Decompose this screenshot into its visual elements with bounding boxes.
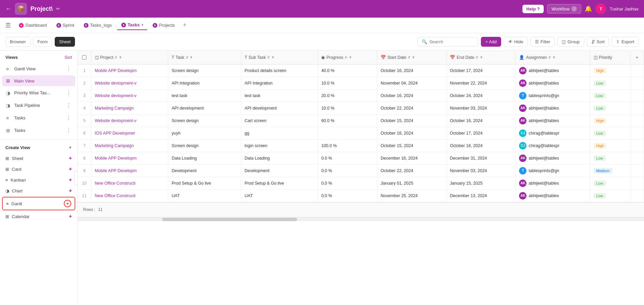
th-start-date[interactable]: 📅 Start Date ⇵ ▼ xyxy=(377,51,446,64)
table-row[interactable]: 2 Website devlopment-v API Integration A… xyxy=(78,77,644,89)
create-gantt-item[interactable]: ≡ Gantt + xyxy=(2,197,75,210)
table-row[interactable]: 5 Website devlopment-v Screen design Car… xyxy=(78,114,644,127)
workflow-button[interactable]: Workflow i xyxy=(547,4,581,14)
row-project[interactable]: IOS APP Developmer xyxy=(91,127,168,139)
project-col-icon: ◫ xyxy=(95,55,99,60)
sidebar-item-task-pipeline[interactable]: ◑ Task Pipeline ⋮ xyxy=(2,99,75,111)
add-calendar-icon[interactable]: + xyxy=(69,213,72,219)
hide-button[interactable]: 👁 Hide xyxy=(504,37,528,47)
th-subtask[interactable]: T Sub Task ⇵ ▼ xyxy=(241,51,318,64)
tab-dashboard[interactable]: ● Dashboard xyxy=(15,21,51,30)
row-project[interactable]: New Office Constructi xyxy=(91,189,168,202)
sidebar-collapse-handle[interactable]: ‹ xyxy=(74,171,78,185)
end-date-sort-icon[interactable]: ⇵ xyxy=(475,55,478,59)
group-button[interactable]: ◫ Group xyxy=(557,37,584,47)
row-project[interactable]: New Office Constructi xyxy=(91,177,168,189)
sidebar-item-main-view[interactable]: ⊞ Main View xyxy=(2,75,75,86)
row-project[interactable]: Website devlopment-v xyxy=(91,77,168,89)
sidebar-item-tasks-1[interactable]: ≡ Tasks ⋮ xyxy=(2,112,75,124)
row-assignment: CJ chirag@tablespr xyxy=(516,139,590,152)
add-button[interactable]: + Add xyxy=(481,37,501,47)
th-end-date[interactable]: 📅 End Date ⇵ ▼ xyxy=(446,51,516,64)
help-button[interactable]: Help ? xyxy=(522,5,544,13)
sidebar-item-priority-wise[interactable]: ◑ Priority Wise Tas... ⋮ xyxy=(2,87,75,99)
th-priority[interactable]: ◫ Priority xyxy=(590,51,630,64)
tasks-2-menu-icon[interactable]: ⋮ xyxy=(66,127,71,134)
row-project[interactable]: Website devlopment-v xyxy=(91,89,168,102)
row-project[interactable]: Mobile APP Developm xyxy=(91,64,168,77)
progress-sort-icon[interactable]: ⇵ xyxy=(344,55,347,59)
task-pipeline-menu-icon[interactable]: ⋮ xyxy=(66,102,71,109)
table-row[interactable]: 10 New Office Constructi Prod Setup & Go… xyxy=(78,177,644,189)
th-add-col[interactable]: + xyxy=(630,51,644,64)
search-input[interactable] xyxy=(429,39,470,44)
add-kanban-icon[interactable]: + xyxy=(69,177,72,183)
create-calendar-item[interactable]: ⊞ Calendar + xyxy=(0,211,77,222)
project-sort-icon[interactable]: ⇵ xyxy=(114,55,117,59)
table-row[interactable]: 4 Marketing Campaign API development API… xyxy=(78,102,644,114)
row-project[interactable]: Marketing Campaign xyxy=(91,139,168,152)
row-project[interactable]: Website devlopment-v xyxy=(91,114,168,127)
row-project[interactable]: Mobile APP Developm xyxy=(91,152,168,164)
sidebar-item-tasks-2[interactable]: ⊞ Tasks ⋮ xyxy=(2,124,75,136)
scrollbar-thumb[interactable] xyxy=(162,218,297,221)
create-chart-item[interactable]: ◑ Chart + xyxy=(0,185,77,196)
add-gantt-button[interactable]: + xyxy=(64,200,71,207)
row-project[interactable]: Mobile APP Developm xyxy=(91,164,168,177)
start-date-filter-icon[interactable]: ▼ xyxy=(412,55,415,59)
create-kanban-item[interactable]: ≡ Kanban + xyxy=(0,174,77,185)
table-row[interactable]: 9 Mobile APP Developm Development Develo… xyxy=(78,164,644,177)
add-column-icon[interactable]: + xyxy=(636,54,639,60)
end-date-filter-icon[interactable]: ▼ xyxy=(480,55,483,59)
tasks-1-menu-icon[interactable]: ⋮ xyxy=(66,115,71,121)
progress-filter-icon[interactable]: ▼ xyxy=(349,55,352,59)
export-button[interactable]: ⇪ Export xyxy=(612,37,639,47)
priority-wise-menu-icon[interactable]: ⋮ xyxy=(66,90,71,96)
tab-tasks-logs[interactable]: 5 Tasks_logs xyxy=(80,21,116,30)
table-row[interactable]: 8 Mobile APP Developm Data Loading Data … xyxy=(78,152,644,164)
task-filter-icon[interactable]: ▼ xyxy=(190,55,193,59)
horizontal-scrollbar[interactable] xyxy=(78,217,644,221)
table-row[interactable]: 11 New Office Constructi UAT UAT 0.0 % N… xyxy=(78,189,644,202)
select-all-checkbox[interactable] xyxy=(82,55,86,60)
add-chart-icon[interactable]: + xyxy=(69,188,72,194)
subtask-sort-icon[interactable]: ⇵ xyxy=(267,55,270,59)
notification-button[interactable]: 🔔 xyxy=(585,5,592,13)
tab-projects[interactable]: 5 Projects xyxy=(149,21,179,30)
table-row[interactable]: 6 IOS APP Developmer yuyh gg October 16,… xyxy=(78,127,644,139)
th-project[interactable]: ◫ Project ⇵ ▼ xyxy=(91,51,168,64)
project-filter-icon[interactable]: ▼ xyxy=(119,55,122,59)
sort-button[interactable]: ⇵ Sort xyxy=(587,37,609,47)
tab-sprint[interactable]: 5 Sprint xyxy=(52,21,78,30)
row-project[interactable]: Marketing Campaign xyxy=(91,102,168,114)
sidebar-sort-link[interactable]: Sort xyxy=(65,55,72,60)
th-progress[interactable]: ◉ Progress ⇵ ▼ xyxy=(318,51,377,64)
sidebar-item-gantt-view[interactable]: ≡ Gantt View ⋮ xyxy=(2,63,75,75)
th-assignment[interactable]: 👤 Assignmen ⇵ ▼ xyxy=(516,51,590,64)
subtask-filter-icon[interactable]: ▼ xyxy=(271,55,275,59)
task-sort-icon[interactable]: ⇵ xyxy=(186,55,188,59)
form-button[interactable]: Form xyxy=(33,37,52,47)
th-task[interactable]: T Task ⇵ ▼ xyxy=(168,51,241,64)
table-row[interactable]: 3 Website devlopment-v test task test ta… xyxy=(78,89,644,102)
create-card-item[interactable]: ⊞ Card + xyxy=(0,164,77,174)
edit-icon[interactable]: ✏ xyxy=(56,6,60,11)
browser-button[interactable]: Browser xyxy=(5,37,30,47)
assignee-avatar: AK xyxy=(519,104,526,112)
assignment-filter-icon[interactable]: ▼ xyxy=(552,55,556,59)
back-button[interactable]: ← xyxy=(5,5,11,13)
add-card-icon[interactable]: + xyxy=(69,166,72,172)
create-sheet-item[interactable]: ⊞ Sheet + xyxy=(0,153,77,164)
gantt-view-menu-icon[interactable]: ⋮ xyxy=(66,66,71,72)
filter-button[interactable]: ☰ Filter xyxy=(531,37,555,47)
create-view-header[interactable]: Create View ▼ xyxy=(0,142,77,153)
tab-tasks[interactable]: 5 Tasks ▾ xyxy=(117,20,147,30)
start-date-sort-icon[interactable]: ⇵ xyxy=(408,55,410,59)
hamburger-menu[interactable]: ☰ xyxy=(5,22,11,29)
sheet-button[interactable]: Sheet xyxy=(55,37,75,47)
add-tab-button[interactable]: + xyxy=(180,22,189,29)
table-row[interactable]: 1 Mobile APP Developm Screen design Prod… xyxy=(78,64,644,77)
assignment-sort-icon[interactable]: ⇵ xyxy=(548,55,551,59)
add-sheet-icon[interactable]: + xyxy=(69,155,72,161)
table-row[interactable]: 7 Marketing Campaign Screen design login… xyxy=(78,139,644,152)
